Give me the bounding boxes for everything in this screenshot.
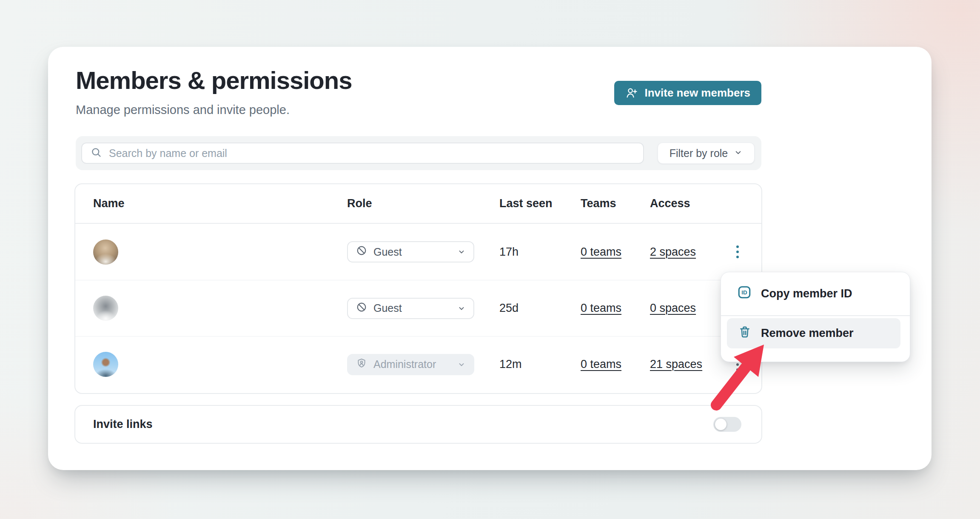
member-avatar xyxy=(93,296,118,321)
filter-by-role-dropdown[interactable]: Filter by role xyxy=(658,143,755,164)
column-header-access: Access xyxy=(650,197,723,210)
role-dropdown[interactable]: Guest xyxy=(347,241,474,262)
page-background: Members & permissions Manage permissions… xyxy=(0,0,980,519)
chevron-down-icon xyxy=(457,304,466,313)
circle-slash-icon xyxy=(356,302,367,315)
role-label: Guest xyxy=(373,302,402,314)
menu-item-copy-member-id[interactable]: ID Copy member ID xyxy=(721,272,910,315)
search-field[interactable] xyxy=(81,143,644,164)
member-avatar xyxy=(93,240,118,265)
column-header-role: Role xyxy=(347,197,499,210)
members-permissions-card: Members & permissions Manage permissions… xyxy=(48,47,932,470)
chevron-down-icon xyxy=(734,147,743,160)
search-filter-bar: Filter by role xyxy=(76,136,761,170)
table-header-row: Name Role Last seen Teams Access xyxy=(75,184,761,224)
kebab-vertical-icon xyxy=(736,251,739,253)
invite-button-label: Invite new members xyxy=(644,86,750,100)
person-plus-icon xyxy=(625,87,638,100)
circle-slash-icon xyxy=(356,245,367,259)
role-label: Administrator xyxy=(373,358,436,371)
page-title: Members & permissions xyxy=(76,66,352,95)
role-dropdown[interactable]: Guest xyxy=(347,298,474,319)
role-label: Guest xyxy=(373,246,402,258)
svg-text:ID: ID xyxy=(741,289,747,296)
filter-label: Filter by role xyxy=(669,147,728,160)
table-row: Administrator 12m 0 teams 21 spaces xyxy=(75,336,761,392)
last-seen-value: 17h xyxy=(499,245,581,259)
last-seen-value: 12m xyxy=(499,358,581,371)
teams-link[interactable]: 0 teams xyxy=(581,358,621,371)
member-avatar xyxy=(93,352,118,377)
column-header-last-seen: Last seen xyxy=(499,197,581,210)
invite-links-label: Invite links xyxy=(93,418,153,431)
search-icon xyxy=(91,147,102,160)
shield-person-icon xyxy=(356,358,367,371)
table-row: Guest 17h 0 teams 2 spaces xyxy=(75,224,761,280)
invite-new-members-button[interactable]: Invite new members xyxy=(614,81,761,105)
role-dropdown[interactable]: Administrator xyxy=(347,354,474,375)
row-menu-button[interactable] xyxy=(728,239,747,265)
teams-link[interactable]: 0 teams xyxy=(581,302,621,314)
members-table: Name Role Last seen Teams Access xyxy=(74,183,762,394)
access-link[interactable]: 0 spaces xyxy=(650,302,696,314)
id-badge-icon: ID xyxy=(737,285,752,302)
access-link[interactable]: 2 spaces xyxy=(650,245,696,258)
search-input[interactable] xyxy=(109,147,635,160)
red-arrow-annotation xyxy=(681,332,791,425)
page-subtitle: Manage permissions and invite people. xyxy=(76,101,290,118)
table-row: Guest 25d 0 teams 0 spaces xyxy=(75,280,761,336)
teams-link[interactable]: 0 teams xyxy=(581,245,621,258)
column-header-teams: Teams xyxy=(581,197,650,210)
chevron-down-icon xyxy=(457,248,466,256)
chevron-down-icon xyxy=(457,360,466,369)
menu-item-label: Copy member ID xyxy=(761,287,852,300)
last-seen-value: 25d xyxy=(499,302,581,315)
invite-links-card: Invite links xyxy=(74,405,762,444)
column-header-name: Name xyxy=(93,197,347,210)
